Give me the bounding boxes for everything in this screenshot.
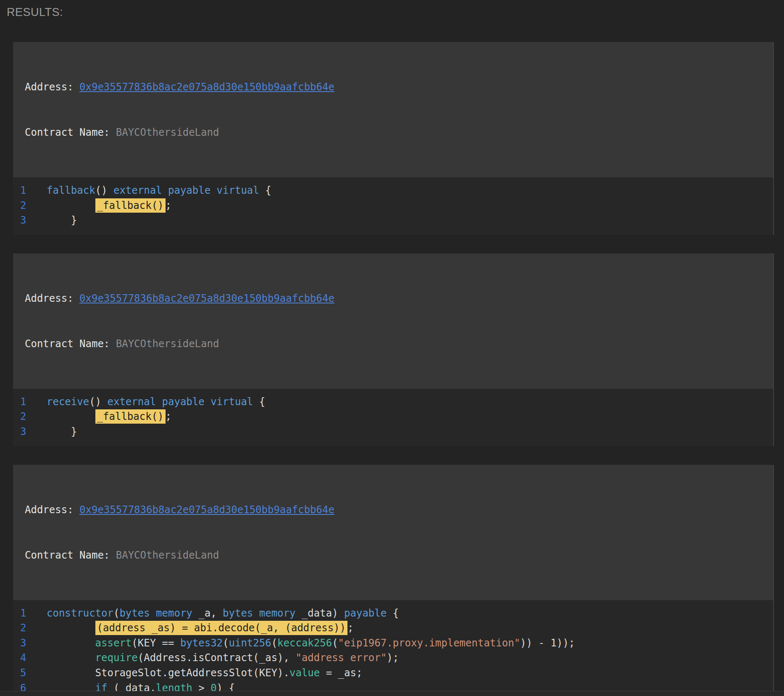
address-link[interactable]: 0x9e35577836b8ac2e075a8d30e150bb9aafcbb6… [79,81,334,93]
code-block: 1fallback() external payable virtual {2 … [13,177,773,235]
code-text: constructor(bytes memory _a, bytes memor… [47,606,399,621]
line-number: 2 [13,198,47,214]
address-label: Address: [25,293,79,304]
code-text: (address _as) = abi.decode(_a, (address)… [47,621,353,636]
code-block: 1receive() external payable virtual {2 _… [13,389,773,446]
line-number: 1 [13,395,47,410]
line-number: 3 [13,636,47,651]
code-line: 2 _fallback(); [13,198,773,214]
contract-name-label: Contract Name: [25,549,116,561]
code-text: assert(KEY == bytes32(uint256(keccak256(… [47,636,575,651]
code-line: 3 } [13,424,773,440]
code-text: _fallback(); [47,409,171,424]
address-label: Address: [25,504,79,516]
code-line: 3 assert(KEY == bytes32(uint256(keccak25… [13,636,773,651]
line-number: 4 [13,651,47,666]
result-card-header: Address: 0x9e35577836b8ac2e075a8d30e150b… [13,253,773,389]
code-line: 1fallback() external payable virtual { [13,183,773,198]
code-text: } [47,424,77,440]
code-text: _fallback(); [47,198,171,214]
result-card: Address: 0x9e35577836b8ac2e075a8d30e150b… [13,465,774,696]
line-number: 5 [13,666,47,681]
results-list: Address: 0x9e35577836b8ac2e075a8d30e150b… [13,42,774,696]
line-number: 3 [13,424,47,440]
code-text: StorageSlot.getAddressSlot(KEY).value = … [47,666,362,681]
code-line: 1constructor(bytes memory _a, bytes memo… [13,606,773,621]
contract-name-label: Contract Name: [25,127,116,138]
code-line: 5 StorageSlot.getAddressSlot(KEY).value … [13,666,773,681]
address-link[interactable]: 0x9e35577836b8ac2e075a8d30e150bb9aafcbb6… [79,293,334,304]
footer-divider [0,691,784,696]
line-number: 2 [13,621,47,636]
contract-name-value: BAYCOthersideLand [116,338,219,350]
address-label: Address: [25,81,79,93]
contract-name-row: Contract Name: BAYCOthersideLand [25,336,765,351]
address-row: Address: 0x9e35577836b8ac2e075a8d30e150b… [25,79,765,95]
code-line: 4 require(Address.isContract(_as), "addr… [13,651,773,666]
result-card-header: Address: 0x9e35577836b8ac2e075a8d30e150b… [13,42,773,177]
contract-name-label: Contract Name: [25,338,116,350]
contract-name-row: Contract Name: BAYCOthersideLand [25,125,765,140]
result-card-header: Address: 0x9e35577836b8ac2e075a8d30e150b… [13,465,773,600]
code-line: 2 _fallback(); [13,409,773,424]
code-line: 2 (address _as) = abi.decode(_a, (addres… [13,621,773,636]
line-number: 1 [13,183,47,198]
address-row: Address: 0x9e35577836b8ac2e075a8d30e150b… [25,502,765,517]
result-card: Address: 0x9e35577836b8ac2e075a8d30e150b… [13,253,774,446]
code-line: 3 } [13,213,773,228]
code-text: } [47,213,77,228]
code-line: 1receive() external payable virtual { [13,395,773,410]
line-number: 3 [13,213,47,228]
address-link[interactable]: 0x9e35577836b8ac2e075a8d30e150bb9aafcbb6… [79,504,334,516]
address-row: Address: 0x9e35577836b8ac2e075a8d30e150b… [25,291,765,306]
result-card: Address: 0x9e35577836b8ac2e075a8d30e150b… [13,42,774,235]
code-text: fallback() external payable virtual { [47,183,271,198]
contract-name-value: BAYCOthersideLand [116,549,219,561]
contract-name-value: BAYCOthersideLand [116,127,219,138]
line-number: 1 [13,606,47,621]
results-heading: RESULTS: [7,6,784,19]
contract-name-row: Contract Name: BAYCOthersideLand [25,548,765,563]
line-number: 2 [13,409,47,424]
code-block: 1constructor(bytes memory _a, bytes memo… [13,600,773,696]
code-text: require(Address.isContract(_as), "addres… [47,651,399,666]
code-text: receive() external payable virtual { [47,395,265,410]
